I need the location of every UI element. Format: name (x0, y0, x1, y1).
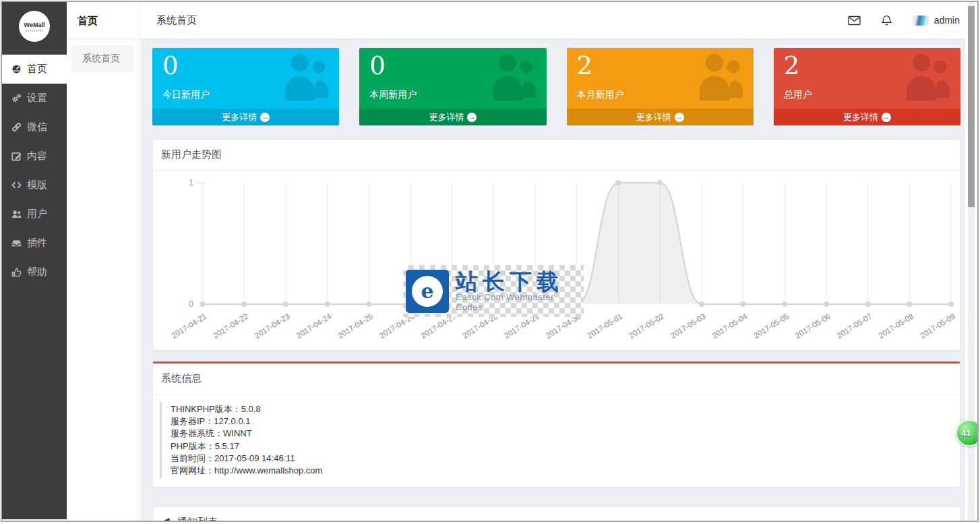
user-name: admin (934, 15, 960, 26)
sidebar-item-wechat[interactable]: 微信 (2, 113, 67, 142)
dashboard-icon (11, 64, 22, 74)
sidebar-item-label: 插件 (27, 237, 47, 250)
arrow-circle-right-icon: → (675, 113, 684, 122)
easck-logo-icon: e (406, 270, 449, 313)
easck-logo-letter: e (412, 276, 443, 307)
sidebar-item-label: 用户 (27, 208, 47, 221)
stat-cards-row: 0 今日新用户 更多详情 → 0 本周新用户 更多详情 → (152, 48, 960, 125)
submenu-column: 首页 系统首页 (67, 2, 140, 522)
users-icon (274, 51, 332, 107)
logo-text: WeMall (24, 22, 45, 28)
submenu-item-system-home[interactable]: 系统首页 (72, 45, 134, 72)
sidebar-item-plugins[interactable]: 插件 (2, 229, 67, 258)
user-menu[interactable]: admin (913, 15, 960, 26)
watermark-texts: 站长下载 Easck.Com Webmaster Codes (456, 270, 581, 312)
gears-icon (11, 93, 22, 103)
edit-icon (11, 151, 22, 161)
stat-card-week-new-users: 0 本周新用户 更多详情 → (359, 48, 546, 125)
sidebar-item-label: 首页 (27, 63, 47, 76)
system-info-line: 服务器IP：127.0.0.1 (171, 415, 952, 428)
svg-text:2017-04-22: 2017-04-22 (212, 312, 249, 340)
notice-list-panel: 通知列表 (152, 506, 960, 522)
sidebar: WeMall 首页 设置 微信 内容 模版 (2, 2, 67, 519)
panel-title: 新用户走势图 (153, 140, 960, 171)
svg-text:2017-05-09: 2017-05-09 (919, 312, 956, 340)
svg-text:2017-05-01: 2017-05-01 (586, 312, 623, 340)
notifications-button[interactable] (880, 15, 893, 26)
trend-chart: 2017-04-212017-04-222017-04-232017-04-24… (153, 171, 960, 350)
system-info-line: THINKPHP版本：5.0.8 (171, 403, 952, 415)
thumbs-up-icon (11, 267, 22, 277)
users-icon (482, 51, 540, 107)
inbox-icon (11, 238, 22, 248)
more-details-link[interactable]: 更多详情 → (774, 109, 960, 125)
more-details-link[interactable]: 更多详情 → (152, 109, 339, 125)
sidebar-item-label: 设置 (27, 92, 47, 105)
floating-contact-badge[interactable]: 41 (956, 419, 979, 446)
svg-text:2017-04-23: 2017-04-23 (253, 312, 291, 340)
scrollbar-thumb[interactable] (968, 6, 975, 207)
sidebar-item-users[interactable]: 用户 (2, 200, 67, 229)
sidebar-item-label: 模版 (27, 179, 47, 192)
svg-text:2017-05-07: 2017-05-07 (836, 312, 874, 340)
more-details-label: 更多详情 (843, 111, 878, 123)
sidebar-item-template[interactable]: 模版 (2, 171, 67, 200)
stat-card-total-users: 2 总用户 更多详情 → (774, 48, 960, 125)
trend-chart-svg: 2017-04-212017-04-222017-04-232017-04-24… (153, 175, 960, 349)
user-avatar (913, 16, 929, 26)
arrow-circle-right-icon: → (882, 113, 891, 122)
svg-text:2017-04-24: 2017-04-24 (295, 312, 333, 340)
watermark-subtitle: Easck.Com Webmaster Codes (456, 292, 581, 312)
system-info-list: THINKPHP版本：5.0.8 服务器IP：127.0.0.1 服务器系统：W… (160, 402, 952, 478)
panel-title: 通知列表 (177, 516, 218, 522)
svg-text:2017-04-25: 2017-04-25 (336, 312, 374, 340)
system-info-line: 当前时间：2017-05-09 14:46:11 (171, 453, 952, 465)
topbar-actions: admin (848, 15, 960, 26)
watermark-title: 站长下载 (456, 270, 581, 293)
stat-card-today-new-users: 0 今日新用户 更多详情 → (152, 48, 339, 125)
svg-text:2017-05-06: 2017-05-06 (794, 312, 832, 340)
messages-button[interactable] (848, 15, 861, 26)
users-icon (896, 51, 954, 107)
envelope-icon (848, 15, 861, 26)
admin-dashboard-window: WeMall 首页 设置 微信 内容 模版 (1, 1, 979, 522)
topbar: 系统首页 admin (141, 2, 977, 39)
sidebar-item-help[interactable]: 帮助 (2, 258, 67, 287)
sidebar-item-label: 微信 (27, 121, 47, 134)
more-details-label: 更多详情 (222, 111, 257, 123)
users-icon (689, 51, 747, 107)
megaphone-icon (161, 517, 172, 522)
watermark: e 站长下载 Easck.Com Webmaster Codes (403, 265, 584, 317)
page-title: 系统首页 (156, 14, 197, 27)
new-users-trend-panel: 新用户走势图 2017-04-212017-04-222017-04-23201… (152, 139, 960, 351)
sidebar-item-home[interactable]: 首页 (2, 55, 67, 84)
link-icon (11, 122, 22, 132)
system-info-panel: 系统信息 THINKPHP版本：5.0.8 服务器IP：127.0.0.1 服务… (152, 361, 960, 488)
more-details-label: 更多详情 (429, 111, 464, 123)
svg-text:2017-04-21: 2017-04-21 (170, 312, 208, 340)
svg-text:1: 1 (189, 178, 193, 187)
logo-subtext-decoration (26, 30, 43, 32)
wemall-logo[interactable]: WeMall (2, 2, 67, 51)
svg-text:2017-05-02: 2017-05-02 (627, 312, 665, 340)
sidebar-item-label: 帮助 (27, 266, 47, 279)
system-info-line: PHP版本：5.5.17 (171, 440, 952, 453)
more-details-label: 更多详情 (636, 111, 671, 123)
panel-title: 系统信息 (153, 363, 960, 395)
bell-icon (880, 15, 893, 26)
svg-text:2017-05-05: 2017-05-05 (752, 312, 790, 340)
arrow-circle-right-icon: → (260, 113, 270, 122)
sidebar-item-content[interactable]: 内容 (2, 142, 67, 171)
more-details-link[interactable]: 更多详情 → (567, 109, 754, 125)
svg-text:0: 0 (189, 299, 193, 309)
panel-title-row: 通知列表 (153, 507, 960, 522)
sidebar-item-settings[interactable]: 设置 (2, 84, 67, 113)
sidebar-item-label: 内容 (27, 150, 47, 163)
dashboard-content: 0 今日新用户 更多详情 → 0 本周新用户 更多详情 → (141, 39, 977, 522)
sidebar-nav: 首页 设置 微信 内容 模版 用户 (2, 55, 67, 287)
arrow-circle-right-icon: → (467, 113, 477, 122)
svg-text:2017-05-03: 2017-05-03 (669, 312, 707, 340)
more-details-link[interactable]: 更多详情 → (359, 109, 546, 125)
main-area: 系统首页 admin 0 今日新用户 (141, 2, 977, 522)
svg-text:2017-05-08: 2017-05-08 (877, 312, 915, 340)
